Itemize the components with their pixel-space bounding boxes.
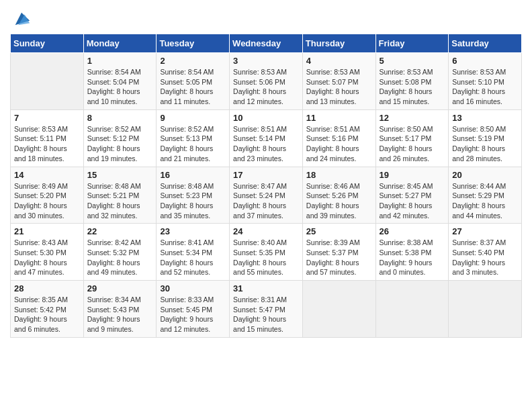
day-number: 22 (87, 226, 153, 236)
day-info: Sunrise: 8:47 AMSunset: 5:24 PMDaylight:… (233, 181, 299, 221)
calendar-cell: 28Sunrise: 8:35 AMSunset: 5:42 PMDayligh… (11, 281, 84, 338)
calendar-cell: 12Sunrise: 8:50 AMSunset: 5:17 PMDayligh… (375, 109, 449, 167)
calendar-cell: 23Sunrise: 8:41 AMSunset: 5:34 PMDayligh… (157, 224, 230, 281)
day-info: Sunrise: 8:53 AMSunset: 5:11 PMDaylight:… (14, 124, 80, 164)
header-saturday: Saturday (449, 34, 522, 53)
day-info: Sunrise: 8:40 AMSunset: 5:35 PMDaylight:… (233, 238, 299, 277)
day-info: Sunrise: 8:33 AMSunset: 5:45 PMDaylight:… (160, 295, 226, 334)
calendar-cell: 9Sunrise: 8:52 AMSunset: 5:13 PMDaylight… (157, 109, 230, 167)
calendar-cell: 17Sunrise: 8:47 AMSunset: 5:24 PMDayligh… (230, 167, 303, 224)
calendar-week-0: 1Sunrise: 8:54 AMSunset: 5:04 PMDaylight… (11, 53, 522, 110)
calendar-week-4: 28Sunrise: 8:35 AMSunset: 5:42 PMDayligh… (11, 281, 522, 338)
day-info: Sunrise: 8:52 AMSunset: 5:13 PMDaylight:… (160, 124, 226, 164)
day-number: 18 (306, 170, 372, 180)
day-info: Sunrise: 8:37 AMSunset: 5:40 PMDaylight:… (452, 238, 518, 277)
calendar-cell: 20Sunrise: 8:44 AMSunset: 5:29 PMDayligh… (449, 167, 522, 224)
day-number: 19 (380, 170, 445, 180)
day-number: 6 (452, 56, 518, 66)
calendar-cell: 6Sunrise: 8:53 AMSunset: 5:10 PMDaylight… (449, 53, 522, 110)
day-number: 21 (14, 226, 80, 236)
day-info: Sunrise: 8:34 AMSunset: 5:43 PMDaylight:… (87, 295, 153, 334)
calendar-cell: 8Sunrise: 8:52 AMSunset: 5:12 PMDaylight… (83, 109, 157, 167)
day-number: 28 (14, 283, 80, 293)
calendar-cell: 22Sunrise: 8:42 AMSunset: 5:32 PMDayligh… (83, 224, 157, 281)
day-number: 14 (14, 170, 80, 180)
header-monday: Monday (83, 34, 157, 53)
day-number: 27 (452, 226, 518, 236)
calendar-week-1: 7Sunrise: 8:53 AMSunset: 5:11 PMDaylight… (11, 109, 522, 167)
header-friday: Friday (375, 34, 449, 53)
calendar-cell: 25Sunrise: 8:39 AMSunset: 5:37 PMDayligh… (302, 224, 375, 281)
day-number: 15 (87, 170, 153, 180)
calendar-cell: 19Sunrise: 8:45 AMSunset: 5:27 PMDayligh… (375, 167, 449, 224)
calendar-cell: 13Sunrise: 8:50 AMSunset: 5:19 PMDayligh… (449, 109, 522, 167)
header-wednesday: Wednesday (230, 34, 303, 53)
calendar-cell: 29Sunrise: 8:34 AMSunset: 5:43 PMDayligh… (83, 281, 157, 338)
day-number: 26 (380, 226, 445, 236)
day-number: 1 (87, 56, 153, 66)
day-info: Sunrise: 8:51 AMSunset: 5:14 PMDaylight:… (233, 124, 299, 164)
calendar-cell: 21Sunrise: 8:43 AMSunset: 5:30 PMDayligh… (11, 224, 84, 281)
calendar-header-row: SundayMondayTuesdayWednesdayThursdayFrid… (11, 34, 522, 53)
day-info: Sunrise: 8:42 AMSunset: 5:32 PMDaylight:… (87, 238, 153, 277)
calendar-cell: 3Sunrise: 8:53 AMSunset: 5:06 PMDaylight… (230, 53, 303, 110)
day-number: 3 (233, 56, 299, 66)
day-info: Sunrise: 8:48 AMSunset: 5:21 PMDaylight:… (87, 181, 153, 221)
day-info: Sunrise: 8:53 AMSunset: 5:10 PMDaylight:… (452, 67, 518, 107)
day-number: 5 (380, 56, 445, 66)
day-number: 13 (452, 113, 518, 123)
day-number: 4 (306, 56, 372, 66)
calendar-cell: 18Sunrise: 8:46 AMSunset: 5:26 PMDayligh… (302, 167, 375, 224)
calendar-cell: 24Sunrise: 8:40 AMSunset: 5:35 PMDayligh… (230, 224, 303, 281)
header-sunday: Sunday (11, 34, 84, 53)
day-info: Sunrise: 8:44 AMSunset: 5:29 PMDaylight:… (452, 181, 518, 221)
day-number: 30 (160, 283, 226, 293)
day-info: Sunrise: 8:48 AMSunset: 5:23 PMDaylight:… (160, 181, 226, 221)
day-info: Sunrise: 8:31 AMSunset: 5:47 PMDaylight:… (233, 295, 299, 334)
calendar-cell: 31Sunrise: 8:31 AMSunset: 5:47 PMDayligh… (230, 281, 303, 338)
calendar-cell: 14Sunrise: 8:49 AMSunset: 5:20 PMDayligh… (11, 167, 84, 224)
day-number: 12 (380, 113, 445, 123)
day-number: 11 (306, 113, 372, 123)
calendar-cell: 30Sunrise: 8:33 AMSunset: 5:45 PMDayligh… (157, 281, 230, 338)
day-number: 10 (233, 113, 299, 123)
day-info: Sunrise: 8:52 AMSunset: 5:12 PMDaylight:… (87, 124, 153, 164)
calendar-week-3: 21Sunrise: 8:43 AMSunset: 5:30 PMDayligh… (11, 224, 522, 281)
day-info: Sunrise: 8:46 AMSunset: 5:26 PMDaylight:… (306, 181, 372, 221)
day-info: Sunrise: 8:35 AMSunset: 5:42 PMDaylight:… (14, 295, 80, 334)
header-thursday: Thursday (302, 34, 375, 53)
day-info: Sunrise: 8:51 AMSunset: 5:16 PMDaylight:… (306, 124, 372, 164)
day-number: 25 (306, 226, 372, 236)
calendar-cell: 2Sunrise: 8:54 AMSunset: 5:05 PMDaylight… (157, 53, 230, 110)
day-number: 16 (160, 170, 226, 180)
day-number: 7 (14, 113, 80, 123)
day-info: Sunrise: 8:45 AMSunset: 5:27 PMDaylight:… (380, 181, 445, 221)
calendar-cell: 1Sunrise: 8:54 AMSunset: 5:04 PMDaylight… (83, 53, 157, 110)
day-number: 23 (160, 226, 226, 236)
day-number: 31 (233, 283, 299, 293)
day-info: Sunrise: 8:49 AMSunset: 5:20 PMDaylight:… (14, 181, 80, 221)
logo-icon (12, 9, 31, 28)
day-number: 9 (160, 113, 226, 123)
calendar-cell: 4Sunrise: 8:53 AMSunset: 5:07 PMDaylight… (302, 53, 375, 110)
day-info: Sunrise: 8:53 AMSunset: 5:06 PMDaylight:… (233, 67, 299, 107)
calendar-cell (449, 281, 522, 338)
day-info: Sunrise: 8:39 AMSunset: 5:37 PMDaylight:… (306, 238, 372, 277)
calendar-cell: 16Sunrise: 8:48 AMSunset: 5:23 PMDayligh… (157, 167, 230, 224)
day-number: 2 (160, 56, 226, 66)
day-number: 29 (87, 283, 153, 293)
calendar-cell: 27Sunrise: 8:37 AMSunset: 5:40 PMDayligh… (449, 224, 522, 281)
calendar-cell: 10Sunrise: 8:51 AMSunset: 5:14 PMDayligh… (230, 109, 303, 167)
day-info: Sunrise: 8:50 AMSunset: 5:19 PMDaylight:… (452, 124, 518, 164)
day-info: Sunrise: 8:38 AMSunset: 5:38 PMDaylight:… (380, 238, 445, 277)
calendar-cell: 15Sunrise: 8:48 AMSunset: 5:21 PMDayligh… (83, 167, 157, 224)
calendar-cell: 5Sunrise: 8:53 AMSunset: 5:08 PMDaylight… (375, 53, 449, 110)
day-number: 24 (233, 226, 299, 236)
calendar-table: SundayMondayTuesdayWednesdayThursdayFrid… (10, 34, 522, 338)
logo (10, 9, 31, 28)
calendar-cell (302, 281, 375, 338)
day-info: Sunrise: 8:54 AMSunset: 5:05 PMDaylight:… (160, 67, 226, 107)
calendar-cell: 11Sunrise: 8:51 AMSunset: 5:16 PMDayligh… (302, 109, 375, 167)
day-info: Sunrise: 8:41 AMSunset: 5:34 PMDaylight:… (160, 238, 226, 277)
day-info: Sunrise: 8:53 AMSunset: 5:07 PMDaylight:… (306, 67, 372, 107)
